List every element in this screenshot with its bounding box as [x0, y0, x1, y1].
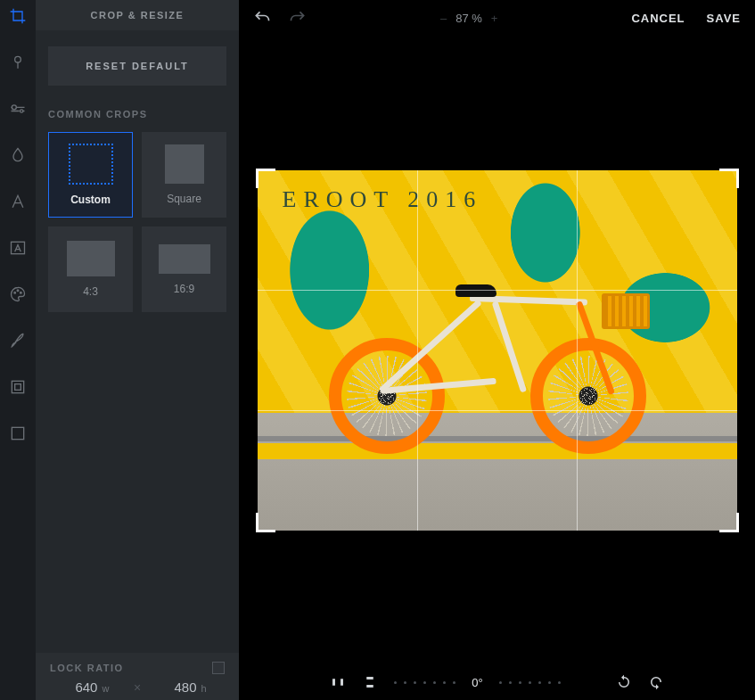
- crop-preset-4-3[interactable]: 4:3: [48, 226, 133, 312]
- crop-handle-top-right[interactable]: [719, 169, 739, 188]
- zoom-display: – 87 % +: [307, 12, 631, 25]
- main-area: – 87 % + CANCEL SAVE EROOT 2016: [239, 0, 755, 700]
- tool-text-mask[interactable]: [7, 237, 29, 259]
- tool-paint[interactable]: [7, 284, 29, 305]
- crop-preset-label: Square: [167, 193, 201, 205]
- crop-viewport[interactable]: EROOT 2016: [258, 170, 737, 531]
- crop-thumb-16-9-icon: [159, 244, 210, 274]
- crop-preset-16-9[interactable]: 16:9: [142, 226, 226, 312]
- lock-ratio-checkbox[interactable]: [212, 662, 225, 674]
- tool-text[interactable]: [7, 191, 29, 212]
- lock-ratio-label: LOCK RATIO: [50, 663, 124, 673]
- crop-thumb-custom-icon: [69, 144, 113, 185]
- panel-body: RESET DEFAULT COMMON CROPS Custom Square…: [36, 30, 239, 700]
- svg-rect-8: [15, 384, 21, 391]
- rotate-left-button[interactable]: [616, 674, 632, 690]
- zoom-value: 87 %: [455, 12, 482, 25]
- redo-button[interactable]: [289, 9, 307, 27]
- save-button[interactable]: SAVE: [707, 12, 741, 25]
- flip-vertical-button[interactable]: [362, 674, 378, 690]
- svg-point-0: [15, 56, 21, 62]
- zoom-in-button[interactable]: +: [491, 12, 498, 25]
- panel-title: CROP & RESIZE: [36, 0, 239, 30]
- svg-point-1: [12, 105, 16, 110]
- svg-rect-9: [12, 427, 23, 439]
- canvas-wrap: EROOT 2016: [239, 36, 755, 664]
- svg-point-5: [17, 290, 19, 292]
- crop-preset-custom[interactable]: Custom: [48, 132, 133, 218]
- photo-content: EROOT 2016: [258, 170, 737, 531]
- angle-slider-left[interactable]: [394, 681, 455, 684]
- crop-preset-label: 4:3: [83, 285, 98, 298]
- crop-handle-bottom-left[interactable]: [256, 513, 275, 532]
- app-root: CROP & RESIZE RESET DEFAULT COMMON CROPS…: [0, 0, 755, 700]
- bottom-bar: 0°: [239, 664, 755, 700]
- angle-slider-right[interactable]: [499, 681, 561, 684]
- tool-rail: [0, 0, 36, 700]
- crop-thumb-square-icon: [165, 144, 204, 184]
- width-unit: w: [102, 683, 109, 694]
- tool-brush[interactable]: [7, 330, 29, 351]
- crop-preset-label: Custom: [70, 194, 111, 206]
- crop-handle-bottom-right[interactable]: [719, 513, 739, 532]
- crop-handle-top-left[interactable]: [256, 169, 275, 188]
- svg-rect-7: [12, 381, 23, 392]
- reset-default-button[interactable]: RESET DEFAULT: [48, 46, 226, 86]
- zoom-out-button[interactable]: –: [440, 12, 447, 25]
- dimension-separator-icon: ×: [134, 680, 141, 695]
- rotate-right-button[interactable]: [648, 674, 664, 690]
- lock-ratio-row: LOCK RATIO w × h: [36, 653, 239, 700]
- tool-crop[interactable]: [7, 5, 29, 27]
- crop-preset-square[interactable]: Square: [142, 132, 226, 218]
- crop-preset-label: 16:9: [174, 283, 194, 295]
- tool-liquify[interactable]: [7, 144, 29, 166]
- sidebar-panel: CROP & RESIZE RESET DEFAULT COMMON CROPS…: [36, 0, 239, 700]
- common-crops-label: COMMON CROPS: [48, 109, 226, 119]
- tool-tune[interactable]: [7, 98, 29, 119]
- top-bar: – 87 % + CANCEL SAVE: [239, 0, 755, 36]
- flip-horizontal-button[interactable]: [330, 674, 346, 690]
- svg-point-2: [21, 110, 23, 112]
- rotation-angle-value: 0°: [472, 676, 482, 689]
- crop-preset-grid: Custom Square 4:3 16:9: [48, 132, 226, 312]
- tool-canvas[interactable]: [7, 423, 29, 444]
- height-group: h: [148, 679, 225, 695]
- height-unit: h: [201, 683, 206, 694]
- undo-button[interactable]: [253, 9, 271, 27]
- width-group: w: [50, 679, 127, 695]
- tool-adjust[interactable]: [7, 52, 29, 73]
- width-input[interactable]: [67, 679, 97, 695]
- tool-frame[interactable]: [7, 376, 29, 398]
- svg-point-6: [21, 292, 22, 294]
- svg-point-4: [14, 292, 16, 294]
- crop-thumb-4-3-icon: [67, 241, 115, 276]
- height-input[interactable]: [166, 679, 196, 695]
- cancel-button[interactable]: CANCEL: [631, 12, 685, 25]
- wall-graffiti-text: EROOT 2016: [283, 186, 483, 213]
